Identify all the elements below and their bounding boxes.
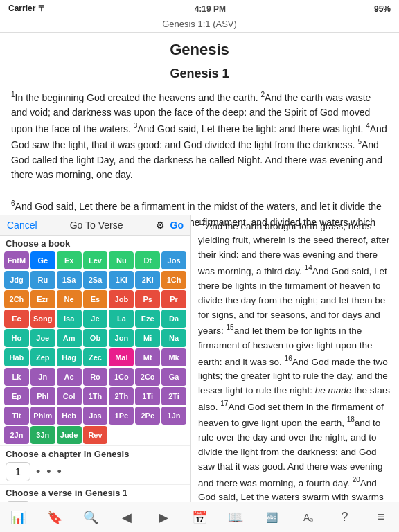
book-cell-la[interactable]: La (109, 310, 134, 328)
status-battery: 95% (374, 4, 391, 14)
book-cell-3jn[interactable]: 3Jn (30, 426, 55, 444)
bible-text: 1In the beginning God created the heaven… (11, 89, 388, 233)
chapter-title: Genesis 1 (11, 64, 388, 84)
book-cell-hab[interactable]: Hab (4, 348, 29, 366)
book-title: Genesis (11, 38, 388, 62)
chapter-input-row: • • • (0, 461, 190, 484)
book-cell-pr[interactable]: Pr (161, 290, 186, 308)
book-cell-ps[interactable]: Ps (135, 290, 160, 308)
bottom-toolbar: 📊 🔖 🔍 ◀ ▶ 📅 📖 🔤 Aₐ ? ≡ (0, 502, 399, 532)
book-cell-2sa[interactable]: 2Sa (83, 271, 108, 289)
book-cell-1ki[interactable]: 1Ki (109, 271, 134, 289)
book-cell-song[interactable]: Song (30, 310, 55, 328)
open-book-icon[interactable]: 📖 (223, 505, 248, 530)
book-cell-phl[interactable]: Phl (30, 387, 55, 405)
font-size-icon[interactable]: Aₐ (296, 505, 321, 530)
book-cell-isa[interactable]: Isa (57, 310, 82, 328)
bookmark-icon[interactable]: 🔖 (42, 505, 67, 530)
book-cell-ex[interactable]: Ex (57, 251, 82, 269)
book-cell-col[interactable]: Col (57, 387, 82, 405)
book-cell-da[interactable]: Da (161, 310, 186, 328)
book-cell-1pe[interactable]: 1Pe (109, 407, 134, 425)
menu-icon[interactable]: ≡ (369, 505, 393, 530)
book-cell-tit[interactable]: Tit (4, 407, 29, 425)
book-cell-zep[interactable]: Zep (30, 348, 55, 366)
forward-icon[interactable]: ▶ (151, 505, 176, 530)
book-cell-ac[interactable]: Ac (57, 368, 82, 386)
book-cell-hag[interactable]: Hag (57, 348, 82, 366)
book-cell-1co[interactable]: 1Co (109, 368, 134, 386)
book-cell-jn[interactable]: Jn (30, 368, 55, 386)
book-cell-es[interactable]: Es (83, 290, 108, 308)
search-icon[interactable]: 🔍 (78, 505, 103, 530)
book-cell-jdg[interactable]: Jdg (4, 271, 29, 289)
book-cell-2th[interactable]: 2Th (109, 387, 134, 405)
book-cell-joe[interactable]: Joe (30, 329, 55, 347)
stats-icon[interactable]: 📊 (6, 505, 30, 530)
text-icon[interactable]: 🔤 (260, 505, 285, 530)
status-carrier: Carrier 〒 (8, 3, 46, 15)
help-icon[interactable]: ? (332, 505, 357, 530)
book-cell-nu[interactable]: Nu (109, 251, 134, 269)
book-cell-ga[interactable]: Ga (161, 368, 186, 386)
book-cell-fntm[interactable]: FntM (4, 251, 29, 269)
calendar-icon[interactable]: 📅 (187, 505, 212, 530)
book-cell-jos[interactable]: Jos (161, 251, 186, 269)
book-cell-1ch[interactable]: 1Ch (161, 271, 186, 289)
back-icon[interactable]: ◀ (114, 505, 139, 530)
choose-book-section: Choose a book (0, 236, 190, 250)
book-cell-mk[interactable]: Mk (161, 348, 186, 366)
book-cell-lk[interactable]: Lk (4, 368, 29, 386)
choose-verse-section: Choose a verse in Genesis 1 (0, 484, 190, 499)
book-cell-na[interactable]: Na (161, 329, 186, 347)
book-cell-1jn[interactable]: 1Jn (161, 407, 186, 425)
book-cell-ezr[interactable]: Ezr (30, 290, 55, 308)
book-cell-ec[interactable]: Ec (4, 310, 29, 328)
nav-bar: Genesis 1:1 (ASV) (0, 17, 399, 33)
chapter-input[interactable] (6, 462, 30, 481)
bible-text-area: Genesis Genesis 1 1In the beginning God … (0, 33, 399, 233)
gear-icon[interactable]: ⚙ (156, 220, 165, 231)
book-cell-jude[interactable]: Jude (57, 426, 82, 444)
book-cell-heb[interactable]: Heb (57, 407, 82, 425)
book-cell-2ki[interactable]: 2Ki (135, 271, 160, 289)
book-cell-2co[interactable]: 2Co (135, 368, 160, 386)
book-cell-ge[interactable]: Ge (30, 251, 55, 269)
book-cell-ru[interactable]: Ru (30, 271, 55, 289)
book-cell-phlm[interactable]: Phlm (30, 407, 55, 425)
book-cell-mal[interactable]: Mal (109, 348, 134, 366)
book-cell-2jn[interactable]: 2Jn (4, 426, 29, 444)
goto-icons: ⚙ Go (156, 220, 184, 231)
book-cell-2ch[interactable]: 2Ch (4, 290, 29, 308)
book-cell-ho[interactable]: Ho (4, 329, 29, 347)
book-cell-jon[interactable]: Jon (109, 329, 134, 347)
book-cell-1sa[interactable]: 1Sa (57, 271, 82, 289)
book-cell-jas[interactable]: Jas (83, 407, 108, 425)
goto-verse-label: Go To Verse (70, 220, 123, 231)
nav-label: Genesis 1:1 (ASV) (162, 19, 237, 29)
book-cell-ob[interactable]: Ob (83, 329, 108, 347)
book-cell-ro[interactable]: Ro (83, 368, 108, 386)
book-cell-eze[interactable]: Eze (135, 310, 160, 328)
book-cell-rev[interactable]: Rev (83, 426, 108, 444)
book-cell-am[interactable]: Am (57, 329, 82, 347)
book-cell-1th[interactable]: 1Th (83, 387, 108, 405)
book-cell-ne[interactable]: Ne (57, 290, 82, 308)
book-cell-2ti[interactable]: 2Ti (161, 387, 186, 405)
book-cell-dt[interactable]: Dt (135, 251, 160, 269)
chapter-dots: • • • (36, 465, 63, 479)
book-cell-mt[interactable]: Mt (135, 348, 160, 366)
go-button[interactable]: Go (170, 220, 184, 231)
book-cell-job[interactable]: Job (109, 290, 134, 308)
book-cell-mi[interactable]: Mi (135, 329, 160, 347)
book-cell-1ti[interactable]: 1Ti (135, 387, 160, 405)
right-bible-paragraph: 12And the earth brought forth grass, her… (198, 218, 392, 502)
book-cell-lev[interactable]: Lev (83, 251, 108, 269)
book-cell-je[interactable]: Je (83, 310, 108, 328)
cancel-button[interactable]: Cancel (7, 220, 37, 231)
book-cell-zec[interactable]: Zec (83, 348, 108, 366)
choose-chapter-section: Choose a chapter in Genesis (0, 445, 190, 461)
book-cell-2pe[interactable]: 2Pe (135, 407, 160, 425)
book-cell-ep[interactable]: Ep (4, 387, 29, 405)
book-chooser-overlay: Cancel Go To Verse ⚙ Go Choose a book Fn… (0, 215, 191, 502)
